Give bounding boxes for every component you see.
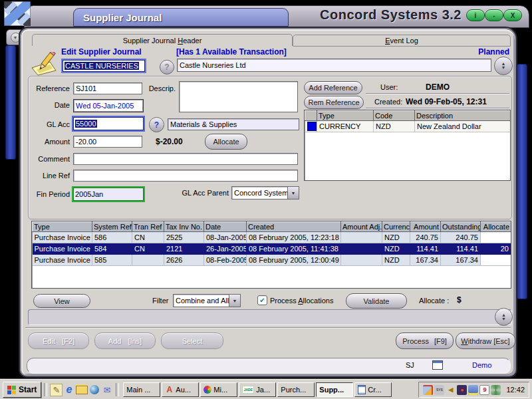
- txn-cell: CN: [132, 232, 164, 243]
- left-scroll-strip: [5, 45, 16, 160]
- recorder-tray-icon[interactable]: ●: [457, 385, 467, 395]
- txn-row[interactable]: Purchase Invoice585262608-Feb-200508 Feb…: [33, 255, 511, 266]
- txn-column-header[interactable]: Created: [247, 222, 341, 232]
- fin-period-input[interactable]: 2005Jan: [72, 186, 145, 202]
- txn-column-header[interactable]: Allocate: [481, 222, 511, 232]
- date-value: Wed 05-Jan-2005: [76, 102, 134, 110]
- taskbar-button[interactable]: Purch...: [277, 382, 315, 397]
- view-button[interactable]: View: [33, 294, 90, 308]
- comment-input[interactable]: [73, 153, 298, 165]
- gl-acc-help-button[interactable]: ?: [149, 117, 164, 132]
- reference-row[interactable]: CURRENCYNZDNew Zealand Dollar: [305, 121, 511, 132]
- txn-cell: 584: [92, 243, 132, 255]
- txn-cell: 585: [92, 255, 132, 266]
- txn-column-header[interactable]: Tax Inv No.: [164, 222, 204, 232]
- divider: [116, 383, 119, 396]
- supplier-name-field[interactable]: Castle Nurseries Ltd: [177, 59, 491, 72]
- add-reference-button[interactable]: Add Reference: [304, 81, 362, 94]
- calendar-tray-icon[interactable]: 9: [479, 385, 489, 395]
- rem-reference-button[interactable]: Rem Reference: [304, 96, 364, 109]
- tab-event-log[interactable]: Event Log: [293, 35, 511, 47]
- txn-cell: [341, 255, 382, 266]
- sys-tray-icon[interactable]: SYS: [434, 385, 444, 395]
- process-allocations-checkbox[interactable]: ✔: [257, 295, 267, 305]
- txn-column-header[interactable]: Tran Ref: [132, 222, 164, 232]
- txn-cell: 08-Feb-2005: [204, 255, 247, 266]
- panel-spinner-button[interactable]: ▲▼: [495, 308, 513, 326]
- descrip-textarea[interactable]: [179, 81, 298, 112]
- window-title: Supplier Journal: [83, 12, 162, 23]
- txn-row[interactable]: Purchase Invoice586CN252508-Jan-200508 F…: [33, 232, 511, 243]
- notes-icon[interactable]: ✎: [50, 384, 63, 396]
- currency-swatch-icon: [307, 122, 317, 131]
- gl-acc-input[interactable]: 55000: [72, 116, 145, 132]
- txn-column-header[interactable]: Date: [204, 222, 247, 232]
- windows-logo-icon: [7, 386, 17, 394]
- journal-doc-icon: [432, 360, 443, 370]
- display-tray-icon[interactable]: [468, 385, 478, 395]
- start-button[interactable]: Start: [3, 382, 41, 398]
- system-tray: SYS◀●9 12:42: [418, 382, 529, 398]
- chevron-down-icon[interactable]: ▼: [229, 294, 241, 307]
- reference-table-wrap: TypeCodeDescription CURRENCYNZDNew Zeala…: [304, 110, 511, 181]
- statusbar-user: Demo: [472, 361, 491, 369]
- process-allocations-label: Process Allocations: [270, 297, 333, 305]
- txn-cell: [341, 243, 382, 255]
- taskbar-button-label: Cr...: [368, 386, 381, 394]
- date-label: Date: [27, 101, 70, 109]
- txn-column-header[interactable]: System Ref: [92, 222, 132, 232]
- availability-label: [Has 1 Available Transaction]: [176, 47, 287, 57]
- taskbar-button[interactable]: Cr...: [354, 382, 392, 397]
- txn-cell: 240.75: [410, 232, 441, 243]
- amount-input[interactable]: -20.00: [73, 136, 142, 148]
- line-ref-label: Line Ref: [27, 172, 70, 180]
- ref-cell: New Zealand Dollar: [415, 121, 511, 132]
- amount-value: -20.00: [76, 138, 96, 146]
- txn-column-header[interactable]: Amount Adj.: [341, 222, 382, 232]
- supplier-code-input[interactable]: CASTLE NURSERIES: [61, 59, 146, 73]
- taskbar-button[interactable]: Main ...: [123, 382, 160, 397]
- tab-supplier-journal-header[interactable]: Supplier Journal Header: [32, 34, 293, 46]
- taskbar-button[interactable]: Supp...: [316, 382, 353, 397]
- divider: [44, 383, 47, 396]
- allocate-button[interactable]: Allocate: [205, 134, 247, 150]
- txn-column-header[interactable]: Outstanding: [441, 222, 481, 232]
- txn-column-header[interactable]: Amount: [410, 222, 441, 232]
- gl-acc-parent-dropdown[interactable]: Concord Systems L ▼: [231, 186, 299, 200]
- line-ref-input[interactable]: [73, 170, 298, 182]
- close-button[interactable]: X: [503, 9, 522, 21]
- volume-tray-icon[interactable]: ◀: [446, 385, 456, 395]
- supplier-help-button[interactable]: ?: [160, 60, 174, 74]
- txn-column-header[interactable]: Currency: [382, 222, 410, 232]
- supplier-code-value: CASTLE NURSERIES: [65, 62, 139, 70]
- start-label: Start: [19, 385, 37, 394]
- gl-acc-desc-value: Materials & Supplies: [170, 120, 237, 128]
- scheduler-tray-icon[interactable]: [423, 385, 433, 395]
- filter-value: Combine and Allo: [173, 294, 229, 307]
- ie-icon[interactable]: e: [63, 384, 75, 396]
- info-button[interactable]: i: [466, 9, 485, 21]
- taskbar-button-label: Au...: [176, 386, 191, 394]
- validate-button[interactable]: Validate: [346, 293, 407, 309]
- amount-display: $-20.00: [156, 137, 183, 146]
- minimize-button[interactable]: -: [485, 9, 503, 21]
- folder-icon[interactable]: [75, 384, 88, 396]
- process-button[interactable]: Process[F9]: [396, 332, 454, 349]
- taskbar-button[interactable]: Mi...: [200, 382, 237, 397]
- taskbar-button[interactable]: JADEJa...: [239, 382, 276, 397]
- globe-icon[interactable]: [88, 384, 100, 396]
- withdraw-button[interactable]: Withdraw [Esc]: [456, 332, 515, 349]
- date-field[interactable]: Wed 05-Jan-2005: [73, 99, 144, 112]
- supplier-spinner-button[interactable]: ▲▼: [494, 57, 513, 75]
- filter-dropdown[interactable]: Combine and Allo ▼: [173, 294, 241, 307]
- network-tray-icon[interactable]: [491, 385, 501, 395]
- mail-icon[interactable]: ✉: [100, 384, 113, 396]
- txn-column-header[interactable]: Type: [33, 222, 92, 232]
- taskbar-button[interactable]: AAu...: [162, 382, 199, 397]
- taskbar-clock: 12:42: [506, 386, 525, 394]
- chevron-down-icon[interactable]: ▼: [288, 186, 299, 200]
- txn-cell: 08 February 2005, 11:41:38: [247, 243, 341, 255]
- ref-column-header: [305, 111, 317, 121]
- txn-row[interactable]: Purchase Invoice584CN212126-Jan-200508 F…: [33, 243, 511, 255]
- txn-cell: 167.34: [410, 255, 441, 266]
